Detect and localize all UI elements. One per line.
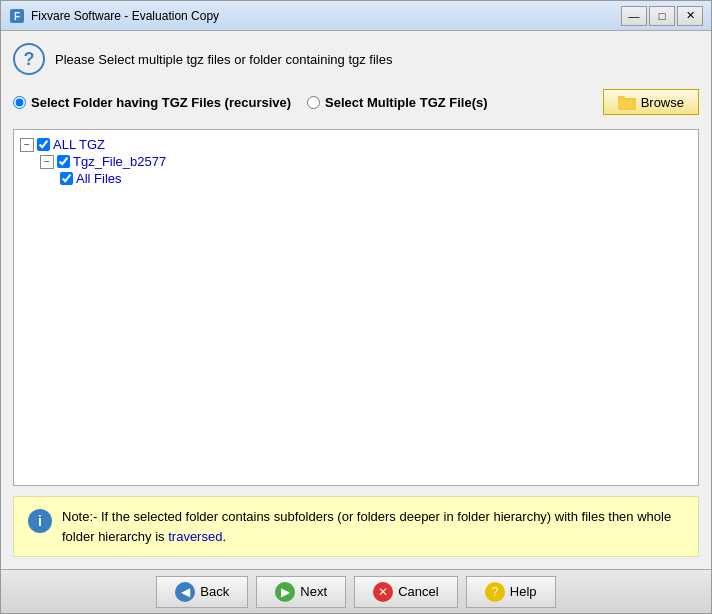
tree-child1-row: − Tgz_File_b2577 (40, 153, 692, 170)
cancel-button[interactable]: ✕ Cancel (354, 576, 457, 608)
main-content: ? Please Select multiple tgz files or fo… (1, 31, 711, 569)
browse-label: Browse (641, 95, 684, 110)
window-title: Fixvare Software - Evaluation Copy (31, 9, 621, 23)
maximize-button[interactable]: □ (649, 6, 675, 26)
tree-toggle-root[interactable]: − (20, 138, 34, 152)
question-icon: ? (13, 43, 45, 75)
tree-checkbox-child1[interactable] (57, 155, 70, 168)
radio-row: Select Folder having TGZ Files (recursiv… (13, 85, 699, 119)
note-text: Note:- If the selected folder contains s… (62, 507, 684, 546)
svg-text:F: F (14, 11, 20, 22)
help-button[interactable]: ? Help (466, 576, 556, 608)
header-message: Please Select multiple tgz files or fold… (55, 52, 392, 67)
radio-folder-input[interactable] (13, 96, 26, 109)
note-highlight: traversed (168, 529, 222, 544)
tree-node-child1: − Tgz_File_b2577 All Files (40, 153, 692, 187)
radio-option-files[interactable]: Select Multiple TGZ File(s) (307, 95, 488, 110)
tree-root-label[interactable]: ALL TGZ (53, 137, 105, 152)
back-button[interactable]: ◀ Back (156, 576, 248, 608)
tree-children-root: − Tgz_File_b2577 All Files (40, 153, 692, 187)
tree-root: − ALL TGZ − Tgz_File_b2577 (20, 136, 692, 187)
note-box: i Note:- If the selected folder contains… (13, 496, 699, 557)
svg-rect-6 (618, 99, 636, 109)
cancel-label: Cancel (398, 584, 438, 599)
browse-button[interactable]: Browse (603, 89, 699, 115)
next-label: Next (300, 584, 327, 599)
cancel-icon: ✕ (373, 582, 393, 602)
back-icon: ◀ (175, 582, 195, 602)
note-info-icon: i (28, 509, 52, 533)
minimize-button[interactable]: — (621, 6, 647, 26)
tree-children-child1: All Files (60, 170, 692, 187)
tree-checkbox-allfiles[interactable] (60, 172, 73, 185)
radio-option-folder[interactable]: Select Folder having TGZ Files (recursiv… (13, 95, 291, 110)
tree-allfiles-label[interactable]: All Files (76, 171, 122, 186)
next-button[interactable]: ▶ Next (256, 576, 346, 608)
window-controls: — □ ✕ (621, 6, 703, 26)
tree-node-root: − ALL TGZ − Tgz_File_b2577 (20, 136, 692, 187)
bottom-bar: ◀ Back ▶ Next ✕ Cancel ? Help (1, 569, 711, 613)
header-row: ? Please Select multiple tgz files or fo… (13, 43, 699, 75)
tree-panel[interactable]: − ALL TGZ − Tgz_File_b2577 (13, 129, 699, 486)
help-label: Help (510, 584, 537, 599)
tree-root-row: − ALL TGZ (20, 136, 692, 153)
folder-icon (618, 94, 636, 110)
back-label: Back (200, 584, 229, 599)
close-button[interactable]: ✕ (677, 6, 703, 26)
next-icon: ▶ (275, 582, 295, 602)
tree-checkbox-root[interactable] (37, 138, 50, 151)
radio-folder-label: Select Folder having TGZ Files (recursiv… (31, 95, 291, 110)
title-bar: F Fixvare Software - Evaluation Copy — □… (1, 1, 711, 31)
radio-files-label: Select Multiple TGZ File(s) (325, 95, 488, 110)
tree-child1-label[interactable]: Tgz_File_b2577 (73, 154, 166, 169)
tree-node-allfiles: All Files (60, 170, 692, 187)
app-icon: F (9, 8, 25, 24)
tree-toggle-child1[interactable]: − (40, 155, 54, 169)
tree-allfiles-row: All Files (60, 170, 692, 187)
help-icon: ? (485, 582, 505, 602)
main-window: F Fixvare Software - Evaluation Copy — □… (0, 0, 712, 614)
radio-files-input[interactable] (307, 96, 320, 109)
